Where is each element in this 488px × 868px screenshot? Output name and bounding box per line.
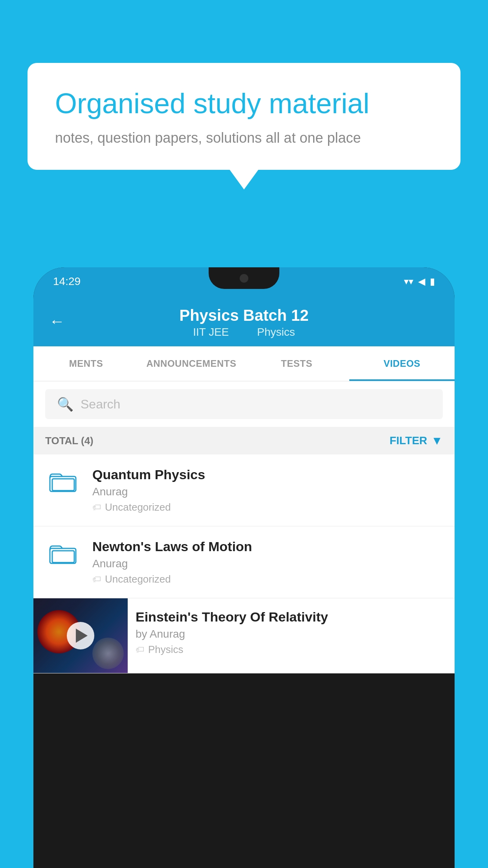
tab-videos[interactable]: VIDEOS bbox=[349, 346, 455, 381]
tab-announcements[interactable]: ANNOUNCEMENTS bbox=[139, 346, 244, 381]
play-button[interactable] bbox=[67, 622, 94, 649]
list-item[interactable]: Newton's Laws of Motion Anurag 🏷 Uncateg… bbox=[33, 526, 455, 598]
tag-label: Physics bbox=[148, 644, 183, 656]
tab-tests[interactable]: TESTS bbox=[244, 346, 349, 381]
video-tag: 🏷 Physics bbox=[136, 644, 447, 656]
camera-dot bbox=[240, 274, 248, 283]
item-author: Anurag bbox=[92, 557, 443, 570]
tag-icon: 🏷 bbox=[92, 574, 101, 585]
signal-icon: ◀ bbox=[418, 276, 425, 287]
phone-frame: 14:29 ▾▾ ◀ ▮ ← Physics Batch 12 IIT JEE … bbox=[33, 267, 455, 868]
tabs-bar: MENTS ANNOUNCEMENTS TESTS VIDEOS bbox=[33, 346, 455, 381]
play-icon bbox=[76, 629, 88, 643]
folder-icon bbox=[49, 541, 77, 566]
content-list: Quantum Physics Anurag 🏷 Uncategorized bbox=[33, 454, 455, 673]
video-thumbnail bbox=[33, 598, 128, 673]
svg-rect-1 bbox=[52, 479, 74, 491]
search-icon: 🔍 bbox=[57, 396, 73, 412]
filter-label: FILTER bbox=[389, 434, 427, 447]
item-tag: 🏷 Uncategorized bbox=[92, 573, 443, 585]
list-item[interactable]: Quantum Physics Anurag 🏷 Uncategorized bbox=[33, 454, 455, 526]
svg-rect-3 bbox=[52, 551, 74, 563]
search-bar-container: 🔍 Search bbox=[33, 381, 455, 427]
tag-icon: 🏷 bbox=[136, 645, 144, 655]
tag-icon: 🏷 bbox=[92, 502, 101, 513]
subtitle-iit: IIT JEE bbox=[193, 326, 229, 338]
tag-label: Uncategorized bbox=[105, 573, 171, 585]
item-details: Newton's Laws of Motion Anurag 🏷 Uncateg… bbox=[92, 539, 443, 585]
tab-ments[interactable]: MENTS bbox=[33, 346, 139, 381]
battery-icon: ▮ bbox=[430, 276, 435, 287]
video-title: Einstein's Theory Of Relativity bbox=[136, 609, 447, 625]
status-time: 14:29 bbox=[53, 275, 81, 288]
item-tag: 🏷 Uncategorized bbox=[92, 501, 443, 513]
back-button[interactable]: ← bbox=[49, 312, 65, 330]
notch bbox=[209, 267, 279, 289]
folder-icon bbox=[49, 469, 77, 497]
item-title: Quantum Physics bbox=[92, 467, 443, 482]
item-details: Quantum Physics Anurag 🏷 Uncategorized bbox=[92, 467, 443, 513]
list-item-video[interactable]: Einstein's Theory Of Relativity by Anura… bbox=[33, 598, 455, 673]
filter-icon: ▼ bbox=[431, 434, 443, 447]
bubble-subtitle: notes, question papers, solutions all at… bbox=[55, 130, 433, 146]
video-author: by Anurag bbox=[136, 628, 447, 640]
item-author: Anurag bbox=[92, 485, 443, 498]
item-icon-box bbox=[45, 539, 81, 566]
speech-bubble: Organised study material notes, question… bbox=[28, 63, 460, 170]
filter-button[interactable]: FILTER ▼ bbox=[389, 434, 443, 447]
search-bar[interactable]: 🔍 Search bbox=[45, 389, 443, 419]
filter-bar: TOTAL (4) FILTER ▼ bbox=[33, 427, 455, 454]
search-input[interactable]: Search bbox=[81, 397, 120, 412]
tag-label: Uncategorized bbox=[105, 501, 171, 513]
app-header: ← Physics Batch 12 IIT JEE Physics bbox=[33, 296, 455, 346]
item-icon-box bbox=[45, 467, 81, 497]
subtitle-physics: Physics bbox=[257, 326, 295, 338]
total-count: TOTAL (4) bbox=[45, 435, 94, 447]
item-title: Newton's Laws of Motion bbox=[92, 539, 443, 554]
status-bar: 14:29 ▾▾ ◀ ▮ bbox=[33, 267, 455, 296]
header-subtitle: IIT JEE Physics bbox=[49, 326, 439, 338]
bubble-title: Organised study material bbox=[55, 86, 433, 120]
video-details: Einstein's Theory Of Relativity by Anura… bbox=[128, 598, 455, 667]
speech-bubble-card: Organised study material notes, question… bbox=[28, 63, 460, 170]
status-icons: ▾▾ ◀ ▮ bbox=[404, 276, 435, 287]
header-title: Physics Batch 12 bbox=[49, 307, 439, 324]
wifi-icon: ▾▾ bbox=[404, 276, 413, 287]
